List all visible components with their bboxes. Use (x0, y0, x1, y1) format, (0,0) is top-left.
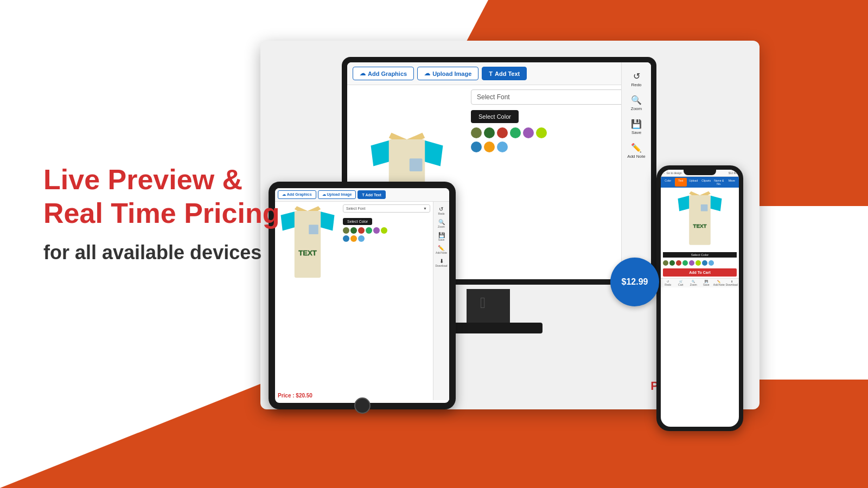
swatch-blue[interactable] (471, 142, 482, 152)
swatch-lime[interactable] (536, 127, 547, 138)
ipad-graphics-label: Add Graphics (287, 192, 312, 196)
ipad-device: ☁ Add Graphics ☁ Upload Image T Add Text (269, 182, 456, 409)
color-swatches-row2 (471, 142, 647, 152)
iphone-tab-upload[interactable]: Upload (687, 178, 700, 187)
iphone-swatch-7[interactable] (702, 260, 707, 266)
add-note-button[interactable]: ✏️ Add Note (623, 139, 649, 162)
iphone-download-button[interactable]: ⬇ Download (726, 280, 738, 286)
ipad-swatch-olive[interactable] (343, 227, 349, 234)
ipad-download-label: Download (435, 264, 447, 267)
iphone-add-to-cart-button[interactable]: Add To Cart (663, 268, 737, 277)
swatch-red[interactable] (497, 127, 508, 138)
font-select-label: Select Font (477, 93, 634, 101)
iphone-zoom-label: Zoom (690, 283, 697, 286)
ipad-right-sidebar: ↺ Redo 🔍 Zoom 💾 Save ✏️ Add Note (433, 202, 449, 400)
ipad-home-button[interactable] (354, 397, 371, 414)
ipad-toolbar: ☁ Add Graphics ☁ Upload Image T Add Text (275, 188, 449, 202)
iphone-redo-label: Redo (665, 283, 671, 286)
iphone-swatch-1[interactable] (663, 260, 668, 266)
zoom-icon: 🔍 (631, 95, 642, 105)
redo-button[interactable]: ↺ Redo (623, 68, 649, 91)
ipad-color-select-button[interactable]: Select Color (343, 218, 372, 225)
iphone-swatches (661, 259, 739, 267)
ipad-save-button[interactable]: 💾 Save (438, 230, 445, 243)
swatch-purple[interactable] (523, 127, 534, 138)
iphone-back-label: ← Go to design (663, 171, 682, 175)
ipad-swatch-lightblue[interactable] (358, 235, 365, 242)
upload-image-label: Upload Image (432, 70, 471, 77)
cloud-graphics-icon: ☁ (360, 70, 366, 77)
iphone-color-select[interactable]: Select Color (663, 252, 737, 258)
live-preview-heading: Live Preview & (43, 163, 279, 196)
swatch-darkgreen[interactable] (484, 127, 495, 138)
color-select-button[interactable]: Select Color (471, 110, 519, 123)
ipad-screen: ☁ Add Graphics ☁ Upload Image T Add Text (275, 188, 449, 403)
svg-rect-22 (701, 204, 708, 211)
svg-marker-12 (281, 211, 296, 230)
save-button[interactable]: 💾 Save (623, 115, 649, 138)
ipad-note-label: Add Note (436, 251, 447, 254)
left-section: Live Preview & Real Time Pricing for all… (43, 163, 279, 264)
save-icon: 💾 (631, 119, 642, 129)
ipad-shirt-svg: TEXT (278, 204, 337, 282)
main-card: ☁ Add Graphics ☁ Upload Image T Add Text (260, 41, 760, 409)
iphone-tab-move[interactable]: Move (726, 178, 738, 187)
swatch-orange[interactable] (484, 142, 495, 152)
ipad-upload-button[interactable]: ☁ Upload Image (318, 190, 356, 199)
ipad-save-label: Save (438, 238, 444, 241)
iphone-swatch-6[interactable] (695, 260, 701, 266)
ipad-font-select[interactable]: Select Font ▼ (343, 204, 430, 213)
font-select-dropdown[interactable]: Select Font ▼ (471, 89, 647, 105)
iphone-tab-color[interactable]: Color (662, 178, 674, 187)
ipad-zoom-label: Zoom (438, 225, 445, 228)
iphone-zoom-button[interactable]: 🔍 Zoom (687, 280, 700, 286)
ipad-add-graphics-button[interactable]: ☁ Add Graphics (278, 190, 316, 199)
redo-icon: ↺ (633, 71, 640, 81)
ipad-swatch-red[interactable] (358, 227, 365, 234)
ipad-zoom-icon: 🔍 (438, 219, 445, 225)
swatch-green[interactable] (510, 127, 521, 138)
ipad-download-button[interactable]: ⬇ Download (435, 256, 447, 269)
ipad-redo-button[interactable]: ↺ Redo (438, 204, 445, 217)
iphone-shirt-area: TEXT (661, 188, 739, 251)
iphone-download-label: Download (726, 283, 738, 286)
iphone-save-button[interactable]: 💾 Save (700, 280, 713, 286)
iphone-swatch-2[interactable] (669, 260, 675, 266)
iphone-cart-bottom-label: Cart (678, 283, 683, 286)
ipad-swatch-purple[interactable] (373, 227, 380, 234)
ipad-price: Price : $20.50 (278, 393, 312, 399)
iphone-tab-text[interactable]: Text (675, 178, 687, 187)
iphone-swatch-3[interactable] (676, 260, 681, 266)
ipad-zoom-button[interactable]: 🔍 Zoom (438, 217, 445, 230)
zoom-button[interactable]: 🔍 Zoom (623, 92, 649, 114)
ipad-swatch-lime[interactable] (381, 227, 387, 234)
ipad-swatch-orange[interactable] (350, 235, 357, 242)
ipad-font-label: Select Font (346, 207, 423, 210)
ipad-swatches-row2 (343, 235, 430, 242)
add-graphics-button[interactable]: ☁ Add Graphics (353, 67, 414, 80)
ipad-swatch-green[interactable] (366, 227, 372, 234)
ipad-note-button[interactable]: ✏️ Add Note (436, 243, 447, 256)
ipad-addtext-button[interactable]: T Add Text (358, 190, 385, 199)
iphone-tab-cliparts[interactable]: Cliparts (700, 178, 713, 187)
iphone-redo-button[interactable]: ↺ Redo (662, 280, 674, 286)
iphone-swatch-5[interactable] (689, 260, 694, 266)
iphone-swatch-8[interactable] (709, 260, 714, 266)
iphone-note-button[interactable]: ✏️ Add Note (713, 280, 725, 286)
zoom-label: Zoom (631, 106, 642, 111)
desktop-right-sidebar: ↺ Redo 🔍 Zoom 💾 Save ✏️ Add Note (621, 62, 651, 279)
add-text-button[interactable]: T Add Text (482, 67, 527, 80)
iphone-tab-namenumber[interactable]: Name & No. (713, 178, 725, 187)
ipad-swatch-blue[interactable] (343, 235, 349, 242)
iphone-cart-button[interactable]: 🛒 Cart (675, 280, 687, 286)
swatch-olive[interactable] (471, 127, 482, 138)
svg-marker-19 (678, 196, 691, 211)
swatch-lightblue[interactable] (497, 142, 508, 152)
redo-label: Redo (631, 82, 641, 87)
iphone-swatch-4[interactable] (682, 260, 688, 266)
svg-text:TEXT: TEXT (693, 223, 706, 229)
iphone-note-label: Add Note (713, 283, 725, 286)
ipad-swatch-darkgreen[interactable] (350, 227, 357, 234)
upload-image-button[interactable]: ☁ Upload Image (417, 67, 478, 80)
svg-marker-13 (320, 211, 335, 230)
